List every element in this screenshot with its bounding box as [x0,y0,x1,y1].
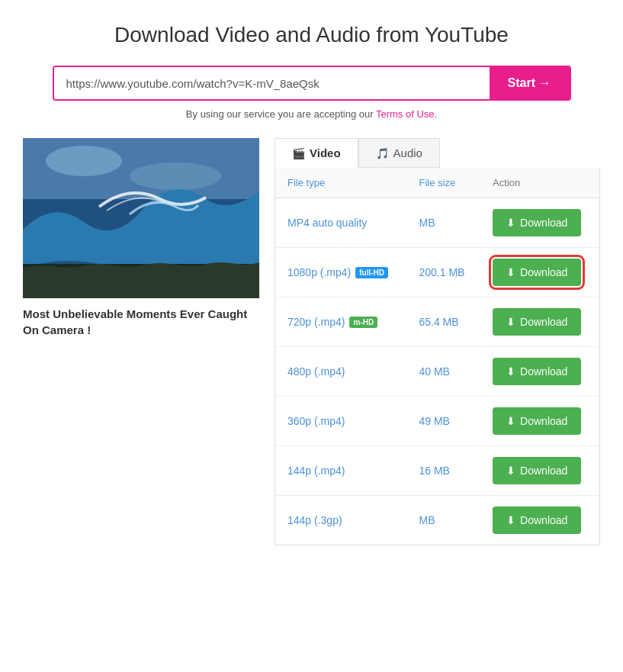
file-type-label: 720p (.mp4) [287,316,345,328]
file-size-cell: 40 MB [406,347,480,397]
table-row: 1080p (.mp4)full-HD200.1 MB⬇ Download [275,248,599,297]
tab-video-label: Video [310,146,341,159]
video-tab-icon: 🎬 [292,147,305,159]
file-type-label: 144p (.3gp) [287,514,342,526]
file-type-cell: 144p (.3gp) [275,496,406,545]
download-button[interactable]: ⬇ Download [493,407,581,435]
tabs: 🎬 Video 🎵 Audio [275,138,600,168]
file-type-label: MP4 auto quality [287,217,367,229]
url-section: Start → [23,66,600,101]
action-cell: ⬇ Download [480,446,599,496]
file-type-label: 1080p (.mp4) [287,266,351,278]
video-title: Most Unbelievable Moments Ever Caught On… [23,306,259,338]
download-icon: ⬇ [506,465,515,477]
terms-link[interactable]: Terms of Use [376,108,435,120]
file-type-cell: 1080p (.mp4)full-HD [275,248,406,297]
terms-text: By using our service you are accepting o… [23,108,600,120]
downloads-table: File type File size Action MP4 auto qual… [275,168,599,545]
table-row: 720p (.mp4)m-HD65.4 MB⬇ Download [275,297,599,347]
col-file-type: File type [275,168,406,198]
file-size-cell: MB [406,496,480,545]
table-row: MP4 auto qualityMB⬇ Download [275,198,599,248]
action-cell: ⬇ Download [480,397,599,446]
table-row: 144p (.3gp)MB⬇ Download [275,496,599,545]
file-size-cell: MB [406,198,480,248]
tab-audio-label: Audio [393,146,422,159]
download-icon: ⬇ [506,217,515,229]
file-size-cell: 16 MB [406,446,480,496]
file-type-label: 480p (.mp4) [287,365,345,378]
file-type-cell: 144p (.mp4) [275,446,406,496]
svg-point-3 [130,162,221,190]
url-form: Start → [53,66,571,101]
download-icon: ⬇ [506,266,515,278]
tab-video[interactable]: 🎬 Video [275,138,358,168]
action-cell: ⬇ Download [480,248,599,297]
url-input[interactable] [54,67,490,99]
file-size-cell: 49 MB [406,397,480,446]
table-row: 480p (.mp4)40 MB⬇ Download [275,347,599,397]
file-size-cell: 65.4 MB [406,297,480,347]
tab-audio[interactable]: 🎵 Audio [358,138,440,168]
quality-badge: m-HD [349,317,377,328]
download-button[interactable]: ⬇ Download [493,308,581,336]
svg-point-2 [46,146,122,176]
download-icon: ⬇ [506,316,515,328]
download-button[interactable]: ⬇ Download [493,209,581,236]
file-type-cell: 720p (.mp4)m-HD [275,297,406,347]
file-type-cell: MP4 auto quality [275,198,406,248]
col-file-size: File size [406,168,480,198]
action-cell: ⬇ Download [480,496,599,545]
table-row: 144p (.mp4)16 MB⬇ Download [275,446,599,496]
file-size-cell: 200.1 MB [406,248,480,297]
audio-tab-icon: 🎵 [376,147,389,159]
col-action: Action [480,168,599,198]
download-button[interactable]: ⬇ Download [493,506,581,534]
action-cell: ⬇ Download [480,297,599,347]
table-container: File type File size Action MP4 auto qual… [275,168,600,545]
file-type-label: 360p (.mp4) [287,415,345,427]
download-icon: ⬇ [506,514,515,526]
page-title: Download Video and Audio from YouTube [23,23,600,47]
download-icon: ⬇ [506,415,515,427]
quality-badge: full-HD [355,267,388,278]
download-button[interactable]: ⬇ Download [493,358,581,385]
start-button[interactable]: Start → [490,67,570,99]
action-cell: ⬇ Download [480,198,599,248]
action-cell: ⬇ Download [480,347,599,397]
download-button[interactable]: ⬇ Download [493,457,581,484]
download-button[interactable]: ⬇ Download [493,259,581,286]
download-icon: ⬇ [506,365,515,378]
main-content: Most Unbelievable Moments Ever Caught On… [23,138,600,545]
file-type-label: 144p (.mp4) [287,465,345,477]
table-row: 360p (.mp4)49 MB⬇ Download [275,397,599,446]
file-type-cell: 360p (.mp4) [275,397,406,446]
download-panel: 🎬 Video 🎵 Audio File type File size Acti… [275,138,600,545]
video-thumbnail [23,138,259,298]
file-type-cell: 480p (.mp4) [275,347,406,397]
video-panel: Most Unbelievable Moments Ever Caught On… [23,138,259,338]
